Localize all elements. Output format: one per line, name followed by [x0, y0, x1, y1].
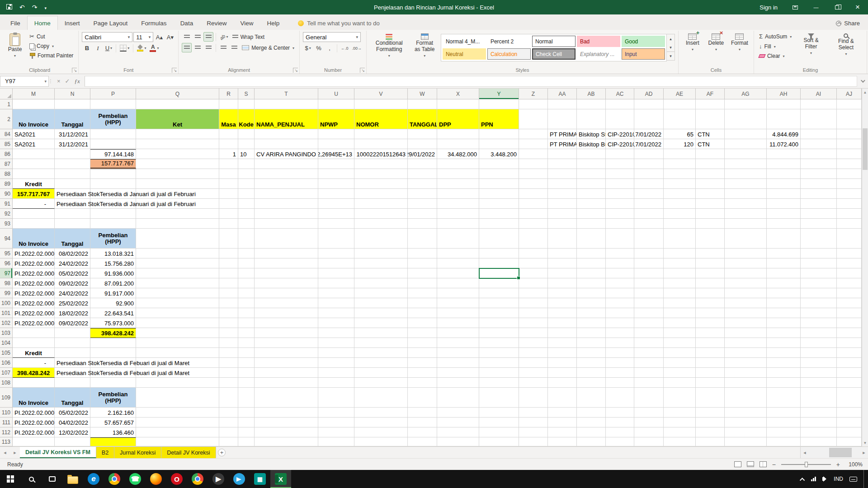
- comma-style-button[interactable]: ,: [325, 43, 335, 53]
- cell-U93[interactable]: [318, 219, 354, 229]
- zoom-out-button[interactable]: −: [772, 461, 776, 468]
- cell-Z84[interactable]: [519, 129, 548, 139]
- cell-M104[interactable]: [13, 338, 55, 348]
- cell-AC101[interactable]: [606, 308, 634, 318]
- cell-W90[interactable]: [408, 189, 437, 199]
- cell-P86[interactable]: 97.144.148: [90, 149, 136, 159]
- cell-U88[interactable]: [318, 169, 354, 179]
- cell-Q104[interactable]: [136, 338, 219, 348]
- copy-button[interactable]: Copy: [28, 42, 75, 50]
- cell-S97[interactable]: [238, 268, 255, 278]
- cell-Z95[interactable]: [519, 249, 548, 258]
- cell-W88[interactable]: [408, 169, 437, 179]
- cell-AF95[interactable]: [696, 249, 725, 258]
- cell-Y111[interactable]: [479, 418, 519, 427]
- cell-AJ113[interactable]: [837, 437, 862, 446]
- cell-Y90[interactable]: [479, 189, 519, 199]
- cell-AH95[interactable]: [767, 249, 801, 258]
- row-header-84[interactable]: 84: [0, 129, 13, 139]
- cell-Y89[interactable]: [479, 179, 519, 189]
- cell-AH97[interactable]: [767, 268, 801, 278]
- cell-AA108[interactable]: [548, 378, 577, 388]
- cell-Y2[interactable]: PPN: [479, 109, 519, 129]
- column-header-P[interactable]: P: [90, 89, 136, 99]
- cell-R112[interactable]: [219, 427, 238, 437]
- cell-AD88[interactable]: [634, 169, 664, 179]
- cell-Z104[interactable]: [519, 338, 548, 348]
- cell-AH107[interactable]: [767, 368, 801, 378]
- cell-U103[interactable]: [318, 328, 354, 338]
- cell-Z94[interactable]: [519, 229, 548, 249]
- cell-W105[interactable]: [408, 348, 437, 358]
- cell-T90[interactable]: [255, 189, 318, 199]
- cell-AB108[interactable]: [577, 378, 606, 388]
- cell-AB112[interactable]: [577, 427, 606, 437]
- cell-AD101[interactable]: [634, 308, 664, 318]
- cell-AC93[interactable]: [606, 219, 634, 229]
- cell-style-explanatory-[interactable]: Explanatory ...: [577, 48, 620, 60]
- cell-T91[interactable]: [255, 199, 318, 209]
- cell-AJ87[interactable]: [837, 159, 862, 169]
- close-button[interactable]: [847, 0, 868, 14]
- cell-AE100[interactable]: [664, 298, 696, 308]
- cell-Y88[interactable]: [479, 169, 519, 179]
- cell-AD103[interactable]: [634, 328, 664, 338]
- cell-P92[interactable]: [90, 209, 136, 219]
- cell-M109[interactable]: No Invoice: [13, 388, 55, 408]
- cell-T106[interactable]: [255, 358, 318, 368]
- cell-Z108[interactable]: [519, 378, 548, 388]
- sort-filter-button[interactable]: Sort & Filter: [795, 32, 827, 56]
- cell-AG89[interactable]: [725, 179, 767, 189]
- cell-AD111[interactable]: [634, 418, 664, 427]
- column-header-AI[interactable]: AI: [801, 89, 837, 99]
- column-header-T[interactable]: T: [255, 89, 318, 99]
- cell-T89[interactable]: [255, 179, 318, 189]
- cell-AA111[interactable]: [548, 418, 577, 427]
- column-header-Z[interactable]: Z: [519, 89, 548, 99]
- cell-Z110[interactable]: [519, 408, 548, 418]
- cell-AC90[interactable]: [606, 189, 634, 199]
- cell-AI89[interactable]: [801, 179, 837, 189]
- cell-P110[interactable]: 2.162.160: [90, 408, 136, 418]
- italic-button[interactable]: I: [93, 43, 103, 53]
- row-header-90[interactable]: 90: [0, 189, 13, 199]
- wrap-text-button[interactable]: Wrap Text: [231, 33, 267, 41]
- cell-AG2[interactable]: [725, 109, 767, 129]
- cell-U99[interactable]: [318, 288, 354, 298]
- cell-W106[interactable]: [408, 358, 437, 368]
- cell-AH88[interactable]: [767, 169, 801, 179]
- cell-W104[interactable]: [408, 338, 437, 348]
- cell-AB85[interactable]: Biskitop Bu: [577, 139, 606, 149]
- alignment-dialog-launcher[interactable]: [293, 68, 298, 73]
- cell-T97[interactable]: [255, 268, 318, 278]
- cell-M98[interactable]: PI.2022.02.00008: [13, 278, 55, 288]
- cell-AJ110[interactable]: [837, 408, 862, 418]
- row-header-106[interactable]: 106: [0, 358, 13, 368]
- cell-AF106[interactable]: [696, 358, 725, 368]
- sheet-nav-right-button[interactable]: [10, 447, 20, 458]
- cell-Q105[interactable]: [136, 348, 219, 358]
- cell-AJ90[interactable]: [837, 189, 862, 199]
- cell-N103[interactable]: [55, 328, 90, 338]
- cell-U98[interactable]: [318, 278, 354, 288]
- cell-V95[interactable]: [354, 249, 408, 258]
- cell-W92[interactable]: [408, 209, 437, 219]
- cell-AG113[interactable]: [725, 437, 767, 446]
- vertical-scroll-thumb[interactable]: [863, 128, 868, 170]
- cell-U97[interactable]: [318, 268, 354, 278]
- cell-AD94[interactable]: [634, 229, 664, 249]
- cell-AE105[interactable]: [664, 348, 696, 358]
- cell-Y103[interactable]: [479, 328, 519, 338]
- cell-X86[interactable]: 34.482.000: [437, 149, 479, 159]
- page-break-view-button[interactable]: [760, 461, 767, 467]
- cell-AF90[interactable]: [696, 189, 725, 199]
- borders-button[interactable]: [118, 43, 131, 53]
- cell-S93[interactable]: [238, 219, 255, 229]
- cell-N99[interactable]: 24/02/2022: [55, 288, 90, 298]
- cell-AD96[interactable]: [634, 258, 664, 268]
- cell-V96[interactable]: [354, 258, 408, 268]
- cell-AH98[interactable]: [767, 278, 801, 288]
- cell-P103[interactable]: 398.428.242: [90, 328, 136, 338]
- cell-Z1[interactable]: [519, 99, 548, 109]
- cell-AF111[interactable]: [696, 418, 725, 427]
